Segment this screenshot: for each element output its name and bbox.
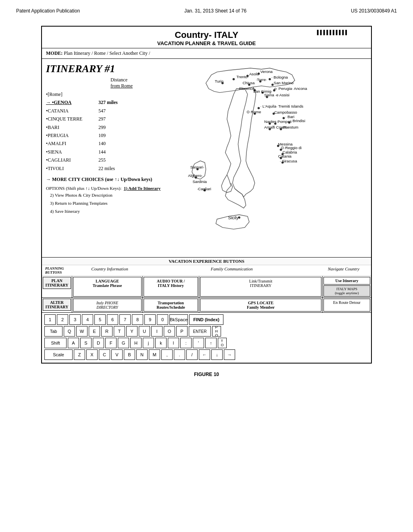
key-4[interactable]: 4 bbox=[82, 314, 93, 325]
find-index-button[interactable]: FIND (Index) bbox=[189, 314, 223, 325]
key-z[interactable]: Z bbox=[74, 349, 85, 360]
key-6[interactable]: 6 bbox=[107, 314, 118, 325]
list-item: •AMALFI 140 bbox=[46, 139, 163, 148]
key-tab[interactable]: Tab bbox=[44, 326, 63, 337]
key-pho[interactable]: PHO bbox=[212, 326, 221, 337]
key-5[interactable]: 5 bbox=[94, 314, 106, 325]
svg-text:· L'Aquila· Tremiti Islands: · L'Aquila· Tremiti Islands bbox=[260, 104, 303, 108]
key-slash[interactable]: / bbox=[186, 349, 198, 360]
key-w[interactable]: W bbox=[76, 326, 88, 337]
svg-text:· Siracusa: · Siracusa bbox=[280, 159, 297, 163]
key-n[interactable]: N bbox=[136, 349, 148, 360]
svg-text:· Paestum: · Paestum bbox=[281, 125, 298, 129]
more-choices: → MORE CITY CHOICES (use ↑↓ Up/Down keys… bbox=[46, 177, 163, 183]
key-b[interactable]: B bbox=[124, 349, 135, 360]
content-area: ITINERARY #1 Distance from Rome •[Rome] … bbox=[42, 59, 371, 258]
key-d[interactable]: D bbox=[93, 338, 104, 348]
key-r[interactable]: R bbox=[101, 326, 113, 337]
key-comma[interactable]: , bbox=[161, 349, 173, 360]
key-l[interactable]: l bbox=[168, 338, 179, 348]
key-right-arrow[interactable]: → bbox=[224, 349, 235, 360]
key-down-arrow[interactable]: ↓ bbox=[211, 349, 223, 360]
keyboard-row-numbers: 1 2 3 4 5 6 7 8 9 0 BkSpace FIND (Index) bbox=[44, 314, 369, 325]
patent-center: Jan. 31, 2013 Sheet 14 of 76 bbox=[184, 8, 246, 14]
svg-text:Alghero·: Alghero· bbox=[188, 173, 202, 178]
keyboard-row-zxcv: Scale Z X C V B N M , . / ← ↓ → bbox=[44, 349, 369, 360]
italy-maps-button[interactable]: ITALY MAPS (toggle anytime) bbox=[323, 285, 370, 297]
vacation-buttons-header: VACATION EXPERIENCE BUTTONS bbox=[42, 258, 371, 265]
en-route-detour-button[interactable]: En Route Detour bbox=[323, 299, 370, 312]
key-scale[interactable]: Scale bbox=[44, 349, 73, 360]
buttons-row-2: ALTER ITINERARY Italy PHONE DIRECTORY Tr… bbox=[42, 298, 371, 313]
key-2[interactable]: 2 bbox=[57, 314, 68, 325]
key-g[interactable]: G bbox=[118, 338, 129, 348]
key-y[interactable]: Y bbox=[126, 326, 138, 337]
key-backspace[interactable]: BkSpace bbox=[169, 314, 188, 325]
buttons-row-1: PLAN ITINERARY LANGUAGE Translate Phrase… bbox=[42, 276, 371, 298]
family-comm-header: Family Communication bbox=[144, 266, 319, 274]
options-area: OPTIONS (Shift plus ↑↓ Up/Down Keys): 1)… bbox=[46, 186, 163, 191]
key-u[interactable]: U bbox=[139, 326, 150, 337]
svg-text:Verona: Verona bbox=[260, 69, 273, 74]
key-c[interactable]: C bbox=[99, 349, 110, 360]
key-left-arrow[interactable]: ← bbox=[199, 349, 210, 360]
gps-locate-button[interactable]: GPS LOCATE Family Member bbox=[200, 299, 321, 312]
key-colon[interactable]: : bbox=[180, 338, 192, 348]
list-item: •TIVOLI 22 miles bbox=[46, 164, 163, 172]
key-q[interactable]: Q bbox=[64, 326, 75, 337]
title-area: ▐▐▐▐▐▐▐▐▐▐ Country- ITALY VACATION PLANN… bbox=[42, 27, 371, 48]
use-itinerary-button[interactable]: Use Itinerary bbox=[323, 277, 370, 285]
options-items: 2) View Photos & City Description 3) Ret… bbox=[50, 191, 163, 215]
link-transmit-button[interactable]: Link/TransmitITINERARY bbox=[200, 277, 321, 297]
svg-point-4 bbox=[258, 73, 260, 75]
key-9[interactable]: 9 bbox=[144, 314, 156, 325]
key-up-arrow[interactable]: ↑ bbox=[205, 338, 217, 348]
key-f[interactable]: F bbox=[105, 338, 117, 348]
keyboard-section: 1 2 3 4 5 6 7 8 9 0 BkSpace FIND (Index)… bbox=[42, 313, 371, 363]
svg-text:Campobasso: Campobasso bbox=[274, 110, 297, 114]
key-7[interactable]: 7 bbox=[119, 314, 131, 325]
svg-point-24 bbox=[258, 107, 260, 109]
key-0[interactable]: 0 bbox=[157, 314, 168, 325]
itinerary-title: ITINERARY #1 bbox=[46, 63, 163, 75]
alter-itinerary-button[interactable]: ALTER ITINERARY bbox=[43, 299, 71, 311]
key-h[interactable]: H bbox=[130, 338, 142, 348]
list-item: •BARI 299 bbox=[46, 123, 163, 131]
key-a[interactable]: A bbox=[68, 338, 79, 348]
transportation-button[interactable]: Transportation Routes/Schedule bbox=[144, 299, 198, 312]
key-s[interactable]: S bbox=[80, 338, 92, 348]
svg-text:Turin: Turin bbox=[215, 79, 223, 83]
ui-container: ▐▐▐▐▐▐▐▐▐▐ Country- ITALY VACATION PLANN… bbox=[41, 26, 372, 364]
key-p[interactable]: P bbox=[176, 326, 188, 337]
key-enter[interactable]: ENTER bbox=[189, 326, 211, 337]
italy-map-panel: Trento· Asolo· Verona Turin Chiusa ·Torr… bbox=[167, 63, 367, 253]
key-shift[interactable]: Shift bbox=[44, 338, 67, 348]
key-k[interactable]: k bbox=[155, 338, 167, 348]
list-item: •SIENA 144 bbox=[46, 148, 163, 156]
key-8[interactable]: 8 bbox=[132, 314, 143, 325]
key-i[interactable]: I bbox=[151, 326, 163, 337]
mode-bar: MODE: Plan Itinerary / Rome / Select Ano… bbox=[42, 48, 371, 59]
navigate-col: Use Itinerary ITALY MAPS (toggle anytime… bbox=[323, 276, 371, 297]
key-to[interactable]: TO bbox=[218, 338, 227, 348]
key-v[interactable]: V bbox=[111, 349, 123, 360]
audio-tour-button[interactable]: AUDIO TOUR / ITALY History bbox=[144, 277, 198, 297]
language-translate-button[interactable]: LANGUAGE Translate Phrase bbox=[73, 277, 142, 297]
key-1[interactable]: 1 bbox=[44, 314, 56, 325]
key-o[interactable]: O bbox=[164, 326, 175, 337]
key-3[interactable]: 3 bbox=[69, 314, 81, 325]
svg-text:Sardinia: Sardinia bbox=[192, 179, 207, 184]
svg-point-12 bbox=[269, 78, 271, 81]
key-t[interactable]: T bbox=[114, 326, 125, 337]
key-quote[interactable]: ' bbox=[193, 338, 204, 348]
phone-directory-button[interactable]: Italy PHONE DIRECTORY bbox=[73, 299, 142, 312]
list-item: → •GENOA 327 miles bbox=[46, 98, 163, 106]
key-j[interactable]: j bbox=[143, 338, 154, 348]
key-period[interactable]: . bbox=[174, 349, 185, 360]
country-info-col: LANGUAGE Translate Phrase bbox=[72, 276, 143, 297]
list-item: •[Rome] bbox=[46, 90, 163, 98]
key-e[interactable]: E bbox=[89, 326, 100, 337]
key-m[interactable]: M bbox=[149, 349, 160, 360]
plan-itinerary-button[interactable]: PLAN ITINERARY bbox=[43, 277, 71, 289]
key-x[interactable]: X bbox=[86, 349, 98, 360]
